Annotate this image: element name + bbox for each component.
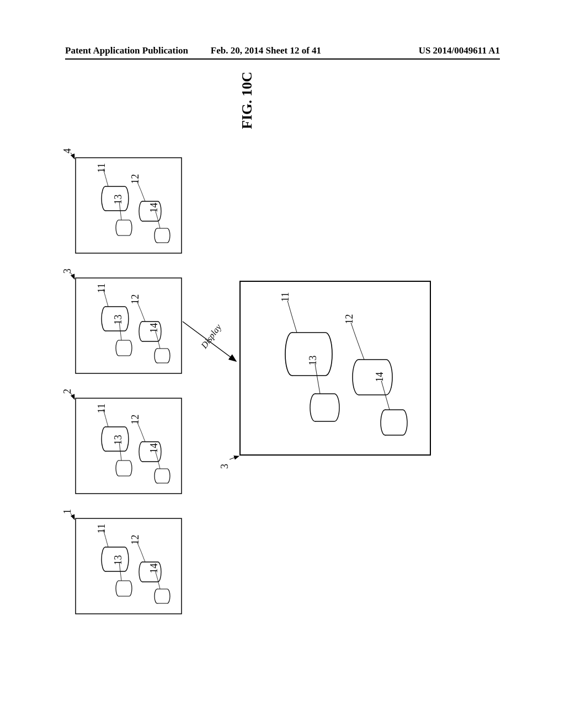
- p2-label-13: 13: [113, 435, 124, 445]
- p1-label-12: 12: [130, 535, 141, 545]
- page: Patent Application Publication Feb. 20, …: [0, 0, 565, 728]
- cylinder-11-icon: [102, 169, 129, 211]
- panel-3-number: 3: [62, 269, 73, 274]
- header-publication-type: Patent Application Publication: [65, 45, 188, 56]
- p2-label-12: 12: [130, 415, 141, 425]
- figure-canvas: FIG. 10C: [71, 85, 465, 648]
- p2-label-11: 11: [96, 404, 108, 413]
- p3-label-13: 13: [113, 315, 124, 325]
- p1-label-13: 13: [113, 555, 124, 565]
- p3-label-11: 11: [96, 283, 108, 293]
- panel-1: [71, 513, 182, 614]
- header-date-sheet: Feb. 20, 2014 Sheet 12 of 41: [211, 45, 321, 56]
- cylinder-12-icon: [137, 542, 161, 582]
- p3-label-12: 12: [130, 295, 141, 304]
- header-publication-number: US 2014/0049611 A1: [419, 45, 500, 56]
- big-panel-number: 3: [219, 464, 231, 469]
- p1-label-14: 14: [148, 564, 160, 574]
- big-label-14: 14: [374, 372, 386, 382]
- p4-label-12: 12: [130, 174, 141, 184]
- panel-1-number: 1: [62, 509, 73, 514]
- cylinder-11-icon: [102, 289, 129, 331]
- big-panel-3: [230, 281, 430, 459]
- cylinder-12-icon: [351, 323, 392, 395]
- cylinder-12-icon: [137, 181, 161, 221]
- cylinder-12-icon: [137, 421, 161, 462]
- panel-2-number: 2: [62, 389, 73, 394]
- panel-4: [71, 153, 182, 253]
- p4-label-11: 11: [96, 163, 108, 173]
- p3-label-14: 14: [148, 323, 160, 333]
- p1-label-11: 11: [96, 524, 108, 533]
- big-label-12: 12: [344, 314, 355, 324]
- header-rule: [65, 58, 500, 60]
- cylinder-11-icon: [102, 409, 129, 451]
- page-header: Patent Application Publication Feb. 20, …: [65, 45, 500, 56]
- cylinder-12-icon: [137, 301, 161, 341]
- p4-label-13: 13: [113, 195, 124, 205]
- panel-3: [71, 273, 182, 373]
- figure-svg: [71, 85, 465, 648]
- big-label-13: 13: [307, 356, 319, 366]
- panel-4-number: 4: [62, 148, 73, 153]
- panel-2: [71, 393, 182, 494]
- cylinder-11-icon: [102, 529, 129, 571]
- p2-label-14: 14: [148, 443, 160, 453]
- p4-label-14: 14: [148, 203, 160, 213]
- big-label-11: 11: [280, 292, 291, 302]
